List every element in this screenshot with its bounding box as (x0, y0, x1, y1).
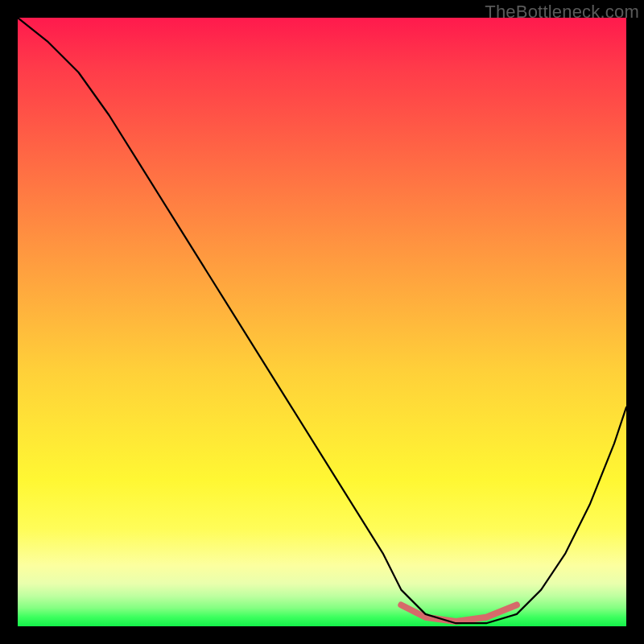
watermark-text: TheBottleneck.com (485, 2, 639, 23)
bottleneck-curve (18, 18, 626, 623)
plot-area (18, 18, 626, 626)
curve-layer (18, 18, 626, 626)
chart-stage: TheBottleneck.com (0, 0, 644, 644)
